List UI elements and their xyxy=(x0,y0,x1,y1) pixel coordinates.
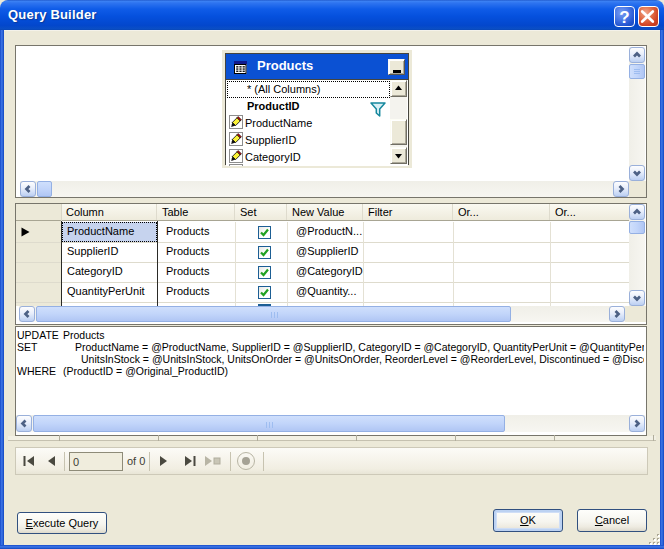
svg-text:?: ? xyxy=(619,8,629,27)
